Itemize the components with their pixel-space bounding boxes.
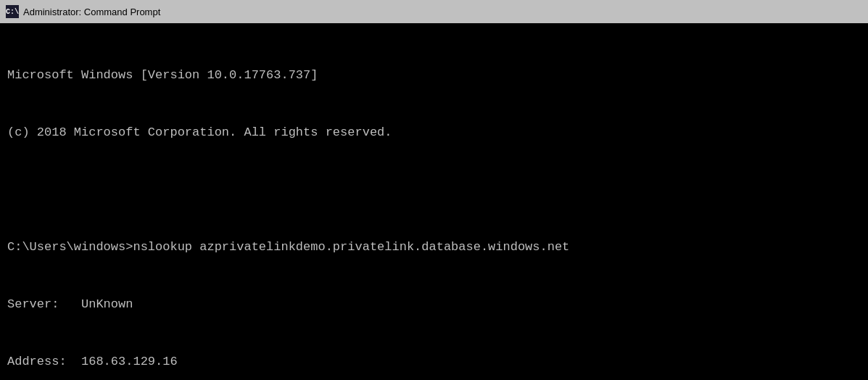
terminal-line-2: (c) 2018 Microsoft Corporation. All righ…	[7, 123, 861, 142]
cmd-icon: C:\	[6, 5, 19, 18]
title-bar: C:\ Administrator: Command Prompt	[0, 0, 868, 23]
terminal-body[interactable]: Microsoft Windows [Version 10.0.17763.73…	[0, 23, 868, 380]
terminal-line-4: C:\Users\windows>nslookup azprivatelinkd…	[7, 238, 861, 257]
terminal-empty-1	[7, 181, 861, 199]
command-prompt-window: C:\ Administrator: Command Prompt Micros…	[0, 0, 868, 380]
terminal-line-1: Microsoft Windows [Version 10.0.17763.73…	[7, 66, 861, 85]
title-bar-text: Administrator: Command Prompt	[23, 7, 160, 17]
terminal-line-6: Address: 168.63.129.16	[7, 352, 861, 371]
terminal-line-5: Server: UnKnown	[7, 295, 861, 314]
